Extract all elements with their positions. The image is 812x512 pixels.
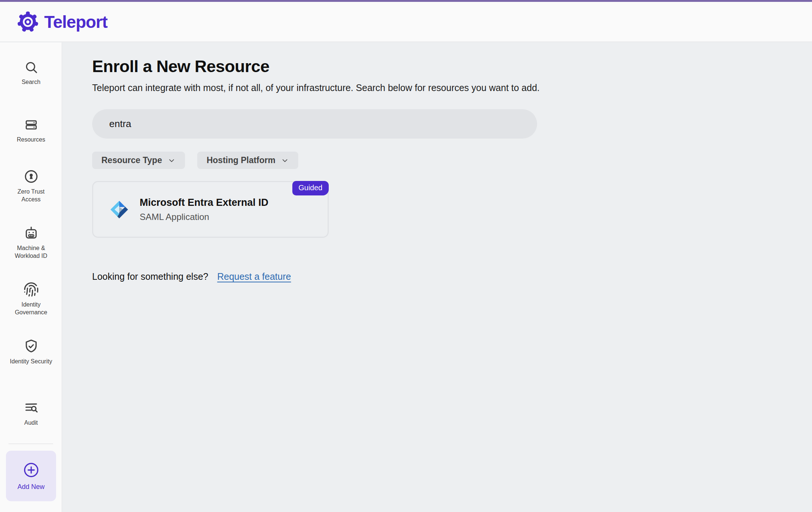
sidebar-item-label: Identity Security (9, 358, 54, 366)
keyhole-circle-icon (23, 169, 39, 184)
sidebar-item-label: Identity Governance (9, 301, 54, 317)
teleport-gear-icon (17, 11, 39, 33)
sidebar: Search Resources Zero Trust Access (0, 42, 62, 512)
sidebar-item-identity-governance[interactable]: Identity Governance (0, 282, 62, 317)
sidebar-item-audit[interactable]: Audit (0, 400, 62, 427)
guided-badge: Guided (292, 181, 329, 195)
main-content: Enroll a New Resource Teleport can integ… (62, 42, 812, 512)
sidebar-item-machine-workload-id[interactable]: Machine & Workload ID (0, 225, 62, 260)
add-new-button[interactable]: Add New (6, 451, 56, 501)
sidebar-item-label: Search (9, 78, 54, 86)
filter-bar: Resource Type Hosting Platform (92, 152, 812, 169)
resource-card-subtitle: SAML Application (140, 212, 269, 222)
entra-icon (109, 200, 129, 220)
search-icon (24, 60, 39, 75)
shield-check-icon (23, 338, 39, 354)
sidebar-item-label: Resources (9, 136, 54, 144)
list-search-icon (23, 400, 39, 415)
resource-type-filter-button[interactable]: Resource Type (92, 152, 185, 169)
sidebar-item-label: Audit (9, 419, 54, 427)
chevron-down-icon (168, 156, 176, 165)
page-title: Enroll a New Resource (92, 57, 812, 76)
sidebar-item-label: Machine & Workload ID (9, 244, 54, 260)
sidebar-item-search[interactable]: Search (0, 60, 62, 86)
chevron-down-icon (281, 156, 289, 165)
resource-type-filter-label: Resource Type (101, 155, 162, 165)
sidebar-item-identity-security[interactable]: Identity Security (0, 338, 62, 366)
resource-card-title: Microsoft Entra External ID (140, 197, 269, 208)
app-header: Teleport (0, 2, 812, 42)
sidebar-item-label: Zero Trust Access (9, 188, 54, 204)
sidebar-divider (9, 444, 53, 444)
resource-card-text: Microsoft Entra External ID SAML Applica… (140, 197, 269, 222)
teleport-logo-text: Teleport (44, 12, 107, 32)
teleport-logo[interactable]: Teleport (17, 11, 107, 33)
hosting-platform-filter-label: Hosting Platform (207, 155, 275, 165)
plus-circle-icon (23, 461, 40, 479)
resources-icon (24, 117, 39, 132)
fingerprint-icon (23, 282, 39, 297)
feature-request-prompt: Looking for something else? (92, 271, 208, 282)
sidebar-item-resources[interactable]: Resources (0, 117, 62, 144)
resource-search-input[interactable] (92, 109, 537, 139)
sidebar-item-zero-trust-access[interactable]: Zero Trust Access (0, 169, 62, 204)
request-a-feature-link[interactable]: Request a feature (217, 271, 291, 282)
add-new-label: Add New (17, 483, 45, 491)
page-subtitle: Teleport can integrate with most, if not… (92, 82, 812, 93)
app-window: Teleport Search Resources Ze (0, 0, 812, 512)
resource-card-microsoft-entra-external-id[interactable]: Guided Microsoft Entra External ID SAML … (92, 181, 329, 238)
hosting-platform-filter-button[interactable]: Hosting Platform (197, 152, 298, 169)
robot-icon (23, 225, 39, 241)
feature-request-row: Looking for something else? Request a fe… (92, 271, 812, 282)
